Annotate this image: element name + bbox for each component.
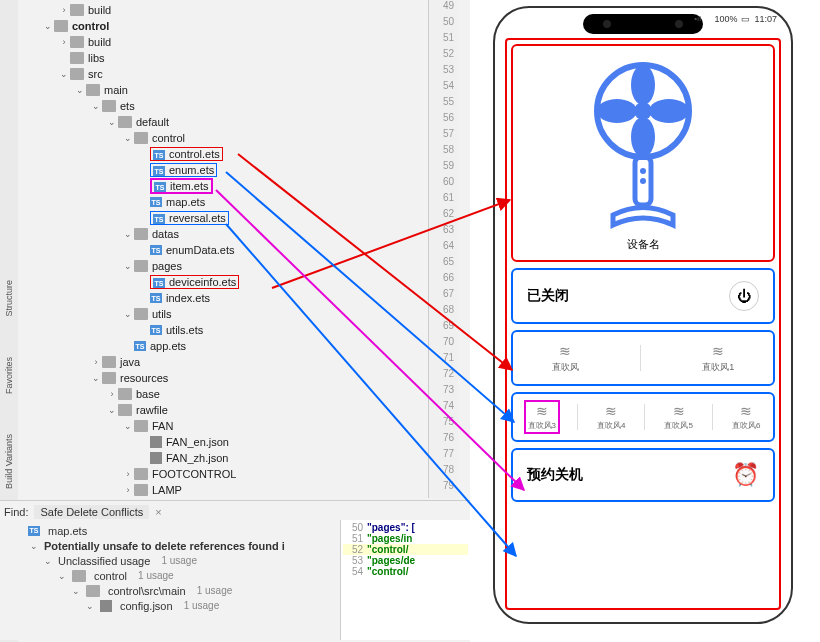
time-text: 11:07	[754, 14, 777, 24]
mode-item[interactable]: ≋直吹风5	[662, 402, 694, 432]
tree-item[interactable]: ⌄resources	[26, 370, 470, 386]
battery-icon: ▭	[741, 14, 750, 24]
file[interactable]: FAN_en.json	[26, 434, 470, 450]
tree-item[interactable]: ⌄control	[26, 130, 470, 146]
tree-item[interactable]: ⌄src	[26, 66, 470, 82]
tab-structure[interactable]: Structure	[4, 280, 14, 317]
timer-card[interactable]: 预约关机 ⏰	[511, 448, 775, 502]
signal-icon: •ıl	[694, 14, 701, 23]
device-name-label: 设备名	[627, 237, 660, 252]
file[interactable]: TSindex.ets	[26, 290, 470, 306]
battery-text: 100%	[714, 14, 737, 24]
file-deviceinfo-ets[interactable]: TSdeviceinfo.ets	[26, 274, 470, 290]
file-reversal-ets[interactable]: TSreversal.ets	[26, 210, 470, 226]
wave-icon: ≋	[605, 403, 617, 419]
tab-build-variants[interactable]: Build Variants	[4, 434, 14, 489]
code-preview: 50"pages": [ 51"pages/in 52"control/ 53"…	[340, 520, 470, 640]
tree-item[interactable]: ›FOOTCONTROL	[26, 466, 470, 482]
modes-card-1[interactable]: ≋直吹风 ≋直吹风1	[511, 330, 775, 386]
wave-icon: ≋	[740, 403, 752, 419]
svg-point-2	[631, 65, 655, 105]
file-item-ets[interactable]: TSitem.ets	[26, 178, 470, 194]
fan-icon	[573, 55, 713, 235]
tree-item[interactable]: ⌄utils	[26, 306, 470, 322]
mode-item[interactable]: ≋直吹风	[544, 341, 587, 376]
tree-item[interactable]: ⌄rawfile	[26, 402, 470, 418]
wave-icon: ≋	[536, 403, 548, 419]
power-button[interactable]: ⏻	[729, 281, 759, 311]
ide-panel: Structure Favorites Build Variants ›buil…	[0, 0, 470, 642]
mode-item-selected[interactable]: ≋直吹风3	[524, 400, 560, 434]
tree-item[interactable]: ⌄ets	[26, 98, 470, 114]
file[interactable]: TSenumData.ets	[26, 242, 470, 258]
wave-icon: ≋	[673, 403, 685, 419]
tree-item[interactable]: ›java	[26, 354, 470, 370]
file-map-ets[interactable]: TSmap.ets	[26, 194, 470, 210]
separator	[712, 404, 713, 430]
tree-item-build[interactable]: ›build	[26, 2, 470, 18]
device-preview: •ıl 100% ▭ 11:07 设备名	[478, 6, 808, 636]
tree-item[interactable]: ⌄default	[26, 114, 470, 130]
screen-root: 设备名 已关闭 ⏻ ≋直吹风 ≋直吹风1 ≋直吹风3 ≋直吹风4 ≋直吹风5 ≋…	[505, 38, 781, 610]
svg-point-8	[640, 178, 646, 184]
status-bar: 100% ▭ 11:07	[714, 14, 777, 24]
modes-card-2[interactable]: ≋直吹风3 ≋直吹风4 ≋直吹风5 ≋直吹风6	[511, 392, 775, 442]
wave-icon: ≋	[712, 343, 724, 359]
tree-item[interactable]: ⌄FAN	[26, 418, 470, 434]
close-icon[interactable]: ×	[155, 506, 161, 518]
svg-point-4	[597, 99, 637, 123]
svg-point-3	[631, 117, 655, 157]
file-control-ets[interactable]: TScontrol.ets	[26, 146, 470, 162]
file-enum-ets[interactable]: TSenum.ets	[26, 162, 470, 178]
tree-item[interactable]: ›LAMP	[26, 482, 470, 498]
tree-item-control[interactable]: ⌄control	[26, 18, 470, 34]
separator	[577, 404, 578, 430]
mode-item[interactable]: ≋直吹风4	[595, 402, 627, 432]
file[interactable]: TSapp.ets	[26, 338, 470, 354]
file[interactable]: TSutils.ets	[26, 322, 470, 338]
find-label: Find:	[4, 506, 28, 518]
file[interactable]: FAN_zh.json	[26, 450, 470, 466]
svg-point-7	[640, 168, 646, 174]
tree-item[interactable]: ›build	[26, 34, 470, 50]
timer-label: 预约关机	[527, 466, 583, 484]
status-card[interactable]: 已关闭 ⏻	[511, 268, 775, 324]
mode-item[interactable]: ≋直吹风1	[694, 341, 742, 376]
clock-icon: ⏰	[732, 462, 759, 488]
tree-item[interactable]: ›base	[26, 386, 470, 402]
tab-favorites[interactable]: Favorites	[4, 357, 14, 394]
tree-item[interactable]: ⌄pages	[26, 258, 470, 274]
tree-item[interactable]: libs	[26, 50, 470, 66]
find-tab[interactable]: Safe Delete Conflicts	[34, 505, 149, 519]
device-image-card: 设备名	[511, 44, 775, 262]
tree-item[interactable]: ⌄datas	[26, 226, 470, 242]
separator	[640, 345, 641, 371]
phone-notch	[583, 14, 703, 34]
separator	[644, 404, 645, 430]
tree-item[interactable]: ⌄main	[26, 82, 470, 98]
wave-icon: ≋	[559, 343, 571, 359]
project-tree[interactable]: ›build ⌄control ›build libs ⌄src ⌄main ⌄…	[18, 0, 470, 498]
svg-point-5	[649, 99, 689, 123]
phone-frame: •ıl 100% ▭ 11:07 设备名	[493, 6, 793, 624]
status-text: 已关闭	[527, 287, 569, 305]
mode-item[interactable]: ≋直吹风6	[730, 402, 762, 432]
line-gutter: 4950515253545556575859606162636465666768…	[428, 0, 458, 498]
